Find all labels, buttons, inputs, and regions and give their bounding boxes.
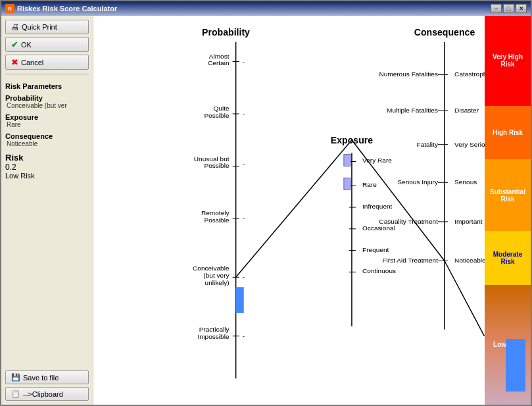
probability-label: Probability bbox=[5, 94, 89, 102]
consequence-label: Consequence bbox=[5, 132, 89, 140]
bottom-buttons: 💾 Save to file 📋 -->Clipboard bbox=[5, 370, 89, 401]
clipboard-icon: 📋 bbox=[11, 390, 20, 398]
save-icon: 💾 bbox=[11, 373, 20, 382]
risk-params-section: Risk Parameters Probability Conceivable … bbox=[5, 81, 89, 180]
high-risk-label: High Risk bbox=[493, 129, 523, 136]
risk-indicator-bar bbox=[506, 339, 525, 392]
main-window: R Riskex Risk Score Calculator − □ ✕ 🖨 Q… bbox=[0, 0, 532, 406]
svg-text:-: - bbox=[243, 215, 245, 222]
svg-text:Consequence: Consequence bbox=[414, 27, 475, 38]
content-area: 🖨 Quick Print ✔ OK ✖ Cancel Risk Paramet… bbox=[1, 16, 531, 405]
svg-text:Almost: Almost bbox=[209, 53, 230, 60]
window-title: Riskex Risk Score Calculator bbox=[17, 5, 117, 13]
svg-text:Multiple Fatalities: Multiple Fatalities bbox=[387, 107, 438, 114]
svg-text:Noticeable: Noticeable bbox=[454, 257, 486, 265]
substantial-risk-segment: Substantial Risk bbox=[485, 159, 531, 231]
printer-icon: 🖨 bbox=[11, 22, 19, 32]
svg-text:Occasional: Occasional bbox=[362, 224, 395, 232]
exposure-value: Rare bbox=[7, 121, 89, 128]
main-chart-area: Probability Almost Certain - Quite Possi… bbox=[93, 16, 531, 405]
ok-label: OK bbox=[21, 41, 32, 49]
svg-text:Serious Injury: Serious Injury bbox=[397, 178, 438, 186]
svg-text:(but very: (but very bbox=[203, 272, 229, 279]
svg-text:unlikely): unlikely) bbox=[205, 279, 230, 286]
svg-text:Possible: Possible bbox=[204, 216, 230, 224]
exposure-label: Exposure bbox=[5, 113, 89, 121]
svg-text:Serious: Serious bbox=[454, 178, 477, 186]
svg-text:-: - bbox=[243, 110, 245, 117]
maximize-button[interactable]: □ bbox=[503, 4, 514, 13]
consequence-value: Noticeable bbox=[7, 140, 89, 147]
svg-rect-44 bbox=[344, 178, 351, 190]
svg-text:-: - bbox=[243, 273, 245, 280]
svg-text:Probability: Probability bbox=[202, 27, 250, 38]
cancel-button[interactable]: ✖ Cancel bbox=[5, 55, 89, 70]
save-label: Save to file bbox=[23, 374, 59, 382]
svg-text:-: - bbox=[243, 161, 245, 168]
svg-text:Important: Important bbox=[454, 218, 483, 225]
save-to-file-button[interactable]: 💾 Save to file bbox=[5, 370, 89, 384]
minimize-button[interactable]: − bbox=[491, 4, 502, 13]
cancel-label: Cancel bbox=[21, 59, 43, 66]
svg-text:Rare: Rare bbox=[362, 181, 377, 188]
svg-text:Continuous: Continuous bbox=[362, 267, 396, 274]
high-risk-segment: High Risk bbox=[485, 106, 531, 159]
svg-text:Possible: Possible bbox=[204, 112, 230, 119]
svg-text:Impossible: Impossible bbox=[197, 333, 230, 340]
clipboard-button[interactable]: 📋 -->Clipboard bbox=[5, 387, 89, 401]
moderate-risk-label: Moderate Risk bbox=[486, 251, 529, 265]
very-high-risk-label: Very High Risk bbox=[486, 53, 529, 68]
svg-text:-: - bbox=[243, 332, 245, 340]
risk-score-value: 0.2 bbox=[5, 163, 89, 172]
svg-text:-: - bbox=[243, 58, 245, 65]
svg-rect-28 bbox=[236, 287, 244, 313]
quick-print-button[interactable]: 🖨 Quick Print bbox=[5, 20, 89, 34]
svg-text:Conceivable: Conceivable bbox=[193, 265, 230, 272]
title-controls: − □ ✕ bbox=[491, 4, 527, 13]
left-panel: 🖨 Quick Print ✔ OK ✖ Cancel Risk Paramet… bbox=[1, 16, 93, 405]
svg-rect-43 bbox=[344, 155, 351, 166]
app-icon: R bbox=[5, 4, 14, 13]
svg-text:Quite: Quite bbox=[213, 105, 230, 112]
svg-text:Very Rare: Very Rare bbox=[362, 157, 392, 165]
svg-text:First Aid Treatment: First Aid Treatment bbox=[382, 257, 438, 265]
divider-1 bbox=[5, 74, 89, 74]
svg-text:Practically: Practically bbox=[199, 326, 230, 333]
svg-text:Casuality Treatment: Casuality Treatment bbox=[379, 218, 438, 225]
ok-icon: ✔ bbox=[11, 39, 18, 49]
svg-text:Unusual but: Unusual but bbox=[194, 155, 230, 163]
risk-params-title: Risk Parameters bbox=[5, 82, 89, 90]
svg-text:Numerous Fatalities: Numerous Fatalities bbox=[379, 70, 438, 78]
title-bar: R Riskex Risk Score Calculator − □ ✕ bbox=[1, 1, 531, 16]
svg-text:Possible: Possible bbox=[204, 162, 230, 169]
close-button[interactable]: ✕ bbox=[516, 4, 527, 13]
svg-text:Remotely: Remotely bbox=[201, 209, 230, 216]
svg-text:Fatality: Fatality bbox=[416, 141, 437, 148]
quick-print-label: Quick Print bbox=[22, 23, 57, 31]
svg-text:Certain: Certain bbox=[208, 60, 229, 67]
substantial-risk-label: Substantial Risk bbox=[486, 188, 529, 203]
cancel-icon: ✖ bbox=[11, 57, 18, 67]
svg-text:Infrequent: Infrequent bbox=[362, 203, 393, 210]
risk-score-text: Low Risk bbox=[5, 172, 89, 180]
moderate-risk-segment: Moderate Risk bbox=[485, 231, 531, 284]
nomogram-chart: Probability Almost Certain - Quite Possi… bbox=[93, 16, 531, 405]
risk-score-label: Risk bbox=[5, 153, 89, 163]
ok-button[interactable]: ✔ OK bbox=[5, 37, 89, 52]
very-high-risk-segment: Very High Risk bbox=[485, 16, 531, 106]
svg-text:Disaster: Disaster bbox=[454, 107, 479, 114]
svg-text:Frequent: Frequent bbox=[362, 246, 389, 253]
risk-score-section: Risk 0.2 Low Risk bbox=[5, 153, 89, 180]
title-bar-left: R Riskex Risk Score Calculator bbox=[5, 4, 117, 13]
clipboard-label: -->Clipboard bbox=[23, 390, 63, 398]
probability-value: Conceivable (but ver bbox=[7, 102, 89, 109]
